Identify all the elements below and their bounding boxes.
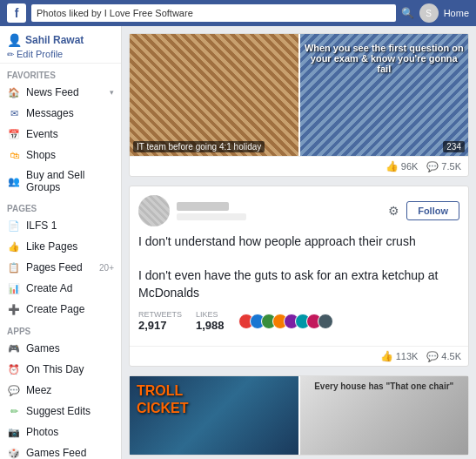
games-feed-label: Games Feed [26,447,114,459]
post-image-left[interactable]: IT team before going 4:1 holiday [130,34,298,156]
facebook-logo: f [7,3,26,23]
follow-button[interactable]: Follow [406,201,459,220]
sidebar-item-suggest-edits[interactable]: ✏ Suggest Edits [0,401,121,422]
games-feed-icon: 🎲 [7,446,21,459]
post-image-right[interactable]: When you see the first question on your … [300,34,469,156]
games-label: Games [26,342,114,354]
sidebar-item-games[interactable]: 🎮 Games [0,338,121,359]
post-bottom-image-grid: TROLL CICKET Every house has "That one c… [130,376,468,455]
create-page-label: Create Page [26,303,114,315]
post-image-right-title: When you see the first question on your … [300,41,469,76]
sidebar-item-meez[interactable]: 💬 Meez [0,380,121,401]
post2-comments: 💬 4.5K [426,351,461,362]
thumbsup-icon: 👍 [385,160,399,172]
favorites-header: FAVORITES [0,64,121,82]
chair-title: Every house has "That one chair" [300,380,469,393]
post-tweet: ⚙ Follow I don't understand how people a… [129,186,469,367]
sidebar-item-like-pages[interactable]: 👍 Like Pages [0,236,121,257]
shops-label: Shops [26,149,114,161]
tweet-actions: ⚙ Follow [388,201,459,220]
cricket-r-icon: C [137,401,147,415]
sidebar-item-on-this-day[interactable]: ⏰ On This Day [0,359,121,380]
shops-icon: 🛍 [7,148,21,162]
tweet-text-main: I don't understand how people approach t… [138,233,459,301]
post1-comments: 💬 7.5K [426,161,461,172]
topbar-right: S Home [419,3,469,23]
post-image-grid-images: IT team before going 4:1 holiday When yo… [130,34,468,156]
create-ad-icon: 📊 [7,281,21,295]
meez-label: Meez [26,384,114,396]
games-icon: 🎮 [7,341,21,355]
likes-stat: LIKES 1,988 [196,310,225,332]
tweet-stats: RETWEETS 2,917 LIKES 1,988 [138,310,459,332]
layout: 👤 Sahil Rawat ✏ Edit Profile FAVORITES 🏠… [0,26,476,459]
search-input[interactable] [31,4,396,22]
troll-text: TROLL [137,383,183,399]
tweet-body: ⚙ Follow I don't understand how people a… [130,186,468,346]
post-image-left-overlay: IT team before going 4:1 holiday [133,141,265,152]
buy-sell-icon: 👥 [7,174,21,188]
tweet-header: ⚙ Follow [138,195,459,226]
pencil-icon: ✏ [7,50,14,59]
news-feed-label: News Feed [26,86,104,98]
news-feed-icon: 🏠 [7,85,21,99]
home-link[interactable]: Home [444,8,469,18]
sidebar: 👤 Sahil Rawat ✏ Edit Profile FAVORITES 🏠… [0,26,122,459]
post-image-grid: IT team before going 4:1 holiday When yo… [129,33,469,177]
tweet-avatar-list [238,314,329,329]
suggest-edits-label: Suggest Edits [26,405,114,417]
messages-label: Messages [26,107,114,119]
buy-sell-label: Buy and Sell Groups [26,169,114,193]
search-icon: 🔍 [401,7,414,19]
sidebar-item-create-ad[interactable]: 📊 Create Ad [0,278,121,299]
tweet-name [177,202,229,211]
create-page-icon: ➕ [7,302,21,316]
on-this-day-icon: ⏰ [7,362,21,376]
tweet-info [177,202,381,220]
thumbsup-icon2: 👍 [380,350,393,362]
sidebar-item-pages-feed[interactable]: 📋 Pages Feed 20+ [0,257,121,278]
pages-feed-label: Pages Feed [26,261,94,273]
post-bottom-images: TROLL CICKET Every house has "That one c… [129,375,469,456]
photos-label: Photos [26,426,114,438]
ilfs1-icon: 📄 [7,219,21,233]
post-image-right-num: 234 [443,141,465,152]
sidebar-user: 👤 Sahil Rawat ✏ Edit Profile [0,26,121,64]
meez-icon: 💬 [7,383,21,397]
post2-actions: 👍 113K 💬 4.5K [130,346,468,366]
pages-feed-badge: 20+ [99,263,114,273]
sidebar-item-buy-sell[interactable]: 👥 Buy and Sell Groups [0,165,121,197]
post-troll-image[interactable]: TROLL CICKET [130,376,298,455]
icket-text: CICKET [137,401,189,416]
sidebar-item-messages[interactable]: ✉ Messages [0,103,121,124]
on-this-day-label: On This Day [26,363,114,375]
post1-actions: 👍 96K 💬 7.5K [130,156,468,176]
sidebar-item-ilfs1[interactable]: 📄 ILFS 1 [0,215,121,236]
like-pages-label: Like Pages [26,240,114,253]
sidebar-item-games-feed[interactable]: 🎲 Games Feed [0,442,121,459]
sidebar-item-news-feed[interactable]: 🏠 News Feed ▾ [0,82,121,103]
sidebar-item-create-page[interactable]: ➕ Create Page [0,299,121,320]
ilfs1-label: ILFS 1 [26,219,114,232]
sidebar-user-name[interactable]: 👤 Sahil Rawat [7,33,114,47]
edit-profile-link[interactable]: ✏ Edit Profile [7,49,114,59]
gear-button[interactable]: ⚙ [388,204,399,218]
sidebar-item-events[interactable]: 📅 Events [0,124,121,145]
post2-likes: 👍 113K [380,350,419,362]
photos-icon: 📷 [7,425,21,439]
events-label: Events [26,128,114,140]
user-avatar-small: S [419,3,439,23]
create-ad-label: Create Ad [26,282,114,294]
pages-header: PAGES [0,197,121,215]
like-pages-icon: 👍 [7,240,21,253]
apps-header: APPS [0,320,121,338]
comment-icon: 💬 [426,161,439,172]
sidebar-item-shops[interactable]: 🛍 Shops [0,145,121,165]
post-chair-image[interactable]: Every house has "That one chair" [300,376,469,455]
events-icon: 📅 [7,127,21,141]
suggest-edits-icon: ✏ [7,404,21,418]
tweet-mini-avatar [318,314,333,329]
tweet-handle [177,213,246,220]
sidebar-item-photos[interactable]: 📷 Photos [0,422,121,442]
messages-icon: ✉ [7,106,21,120]
